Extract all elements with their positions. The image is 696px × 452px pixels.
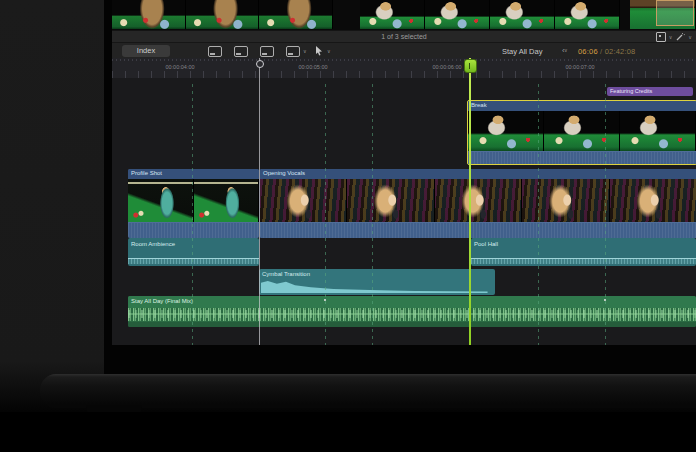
thumbnail [347, 179, 434, 223]
thumbnail [435, 179, 522, 223]
playhead-handle[interactable] [464, 59, 477, 73]
clip-profile-shot[interactable]: Profile Shot [128, 169, 259, 238]
skimmer-handle[interactable] [256, 60, 264, 68]
timecode-current: 06:06 [578, 47, 598, 56]
clip-featuring-credits[interactable]: Featuring Credits [607, 87, 693, 96]
clip-name: Featuring Credits [610, 88, 652, 94]
clip-audio-band [128, 222, 259, 238]
thumbnail [194, 179, 260, 223]
thumbnail [259, 0, 333, 29]
clip-stay-all-day[interactable]: Stay All Day (Final Mix) [128, 296, 696, 327]
connect-edit-icon[interactable] [208, 46, 222, 57]
keyframe-dot[interactable] [604, 299, 606, 301]
audio-waveform-decay [261, 281, 488, 293]
thumbnail [112, 0, 186, 29]
clip-name: Profile Shot [131, 170, 162, 176]
enhance-wand-icon[interactable] [675, 32, 685, 42]
clip-cymbal-transition[interactable]: Cymbal Transition [259, 269, 495, 295]
timeline-lanes[interactable]: Featuring Credits Break Profile Shot [112, 78, 696, 345]
snap-guide-line [325, 84, 326, 345]
thumbnail [490, 0, 555, 29]
timecode-display: 06:06 / 02:42:08 [578, 47, 635, 56]
ruler-label: 00:00:04:00 [165, 64, 194, 70]
thumbnail [620, 111, 696, 151]
thumbnail [360, 0, 425, 29]
browser-clip-break[interactable] [360, 0, 620, 29]
clip-filmstrip [468, 111, 696, 151]
clip-name: Pool Hall [474, 241, 498, 247]
chevron-down-icon[interactable]: ∨ [564, 48, 568, 53]
ruler-label: 00:00:07:00 [565, 64, 594, 70]
clip-footer [128, 322, 696, 327]
transform-icon[interactable] [656, 32, 666, 42]
snap-guide-line [538, 84, 539, 345]
ruler-tick-marks [112, 71, 696, 78]
chevron-down-icon[interactable]: ∨ [669, 35, 673, 40]
timeline-ruler[interactable]: 00:00:04:00 00:00:05:00 00:00:06:00 00:0… [112, 58, 696, 79]
macbook-scene: 1 of 3 selected ∨ ∨ Index [0, 0, 696, 452]
clip-name: Room Ambience [131, 241, 175, 247]
snap-guide-line [605, 84, 606, 345]
thumbnail [128, 179, 194, 223]
chevron-down-icon[interactable]: ∨ [688, 35, 692, 40]
project-title[interactable]: Stay All Day [502, 47, 542, 56]
thumbnail [260, 179, 347, 223]
clip-break-selected[interactable]: Break [467, 100, 696, 165]
clip-name: Cymbal Transition [262, 271, 310, 277]
chevron-down-icon[interactable]: ∨ [327, 49, 331, 54]
thumbnail [610, 179, 696, 223]
macbook-base [40, 374, 696, 408]
clip-header: Stay All Day (Final Mix) [128, 296, 696, 308]
select-tool-icon[interactable] [315, 46, 323, 56]
append-edit-icon[interactable] [260, 46, 274, 57]
audio-waveform-detail [128, 310, 696, 318]
clip-filmstrip [128, 179, 259, 223]
timecode-total: 02:42:08 [605, 47, 636, 56]
insert-edit-icon[interactable] [234, 46, 248, 57]
snap-guide-line [192, 84, 193, 345]
index-button[interactable]: Index [122, 45, 170, 57]
clip-name: Opening Vocals [263, 170, 305, 176]
clip-header: Break [468, 101, 696, 111]
chevron-down-icon[interactable]: ∨ [303, 49, 307, 54]
selection-status: 1 of 3 selected [112, 33, 696, 40]
browser-clip-selected[interactable] [630, 0, 696, 29]
overwrite-edit-icon[interactable] [286, 46, 300, 57]
browser-clip-dog[interactable] [112, 0, 333, 29]
thumbnail [522, 179, 609, 223]
background [0, 412, 696, 452]
audio-waveform [128, 258, 259, 264]
browser-filmstrip-area [112, 0, 696, 30]
keyframe-dot[interactable] [324, 299, 326, 301]
thumbnail [468, 111, 544, 151]
audio-waveform [471, 258, 696, 264]
playhead-line[interactable] [469, 58, 471, 345]
clip-name: Stay All Day (Final Mix) [131, 298, 193, 304]
clip-audio-band [468, 151, 696, 164]
thumbnail [425, 0, 490, 29]
thumbnail [544, 111, 620, 151]
clip-name: Break [471, 102, 487, 108]
timeline-toolbar: Index ∨ ∨ ‹ Stay All Day ∨ 06: [112, 42, 696, 59]
skimmer-line[interactable] [259, 58, 260, 345]
timecode-separator: / [598, 47, 605, 56]
ruler-label: 00:00:05:00 [298, 64, 327, 70]
clip-room-ambience[interactable]: Room Ambience [128, 238, 259, 266]
ruler-dotted-line [112, 59, 696, 61]
range-selection-overlay[interactable] [656, 0, 694, 26]
clip-header: Profile Shot [128, 169, 259, 179]
fcp-app-window: 1 of 3 selected ∨ ∨ Index [112, 0, 696, 345]
clip-pool-hall[interactable]: Pool Hall [471, 238, 696, 266]
snap-guide-line [372, 84, 373, 345]
thumbnail [555, 0, 620, 29]
thumbnail [186, 0, 260, 29]
ruler-label: 00:00:06:00 [432, 64, 461, 70]
